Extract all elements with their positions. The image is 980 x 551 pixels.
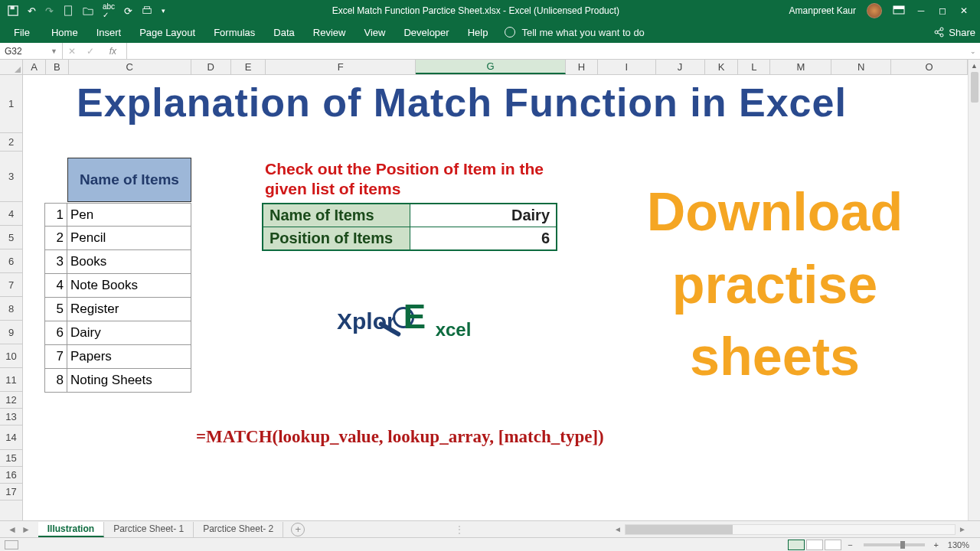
cancel-icon[interactable]: ✕ — [68, 46, 76, 57]
ribbon-tab-page-layout[interactable]: Page Layout — [130, 24, 204, 41]
ribbon-display-icon[interactable] — [893, 5, 905, 16]
col-header-N[interactable]: N — [831, 60, 891, 74]
name-box-dropdown-icon[interactable]: ▼ — [51, 47, 57, 55]
sheet-nav[interactable]: ◄► — [0, 524, 38, 535]
expand-formula-bar-icon[interactable]: ⌄ — [966, 43, 980, 59]
refresh-icon[interactable]: ⟳ — [124, 5, 132, 17]
row-header-3[interactable]: 3 — [0, 152, 22, 202]
zoom-in-button[interactable]: + — [931, 540, 942, 549]
undo-icon[interactable]: ↶ — [28, 5, 36, 17]
user-avatar-icon[interactable] — [867, 3, 882, 18]
row-header-12[interactable]: 12 — [0, 392, 22, 409]
scroll-right-icon[interactable]: ► — [957, 525, 968, 533]
sheet-tab-parctice-sheet-2[interactable]: Parctice Sheet- 2 — [194, 522, 283, 537]
ribbon-tab-developer[interactable]: Developer — [394, 24, 458, 41]
vertical-scrollbar[interactable]: ▲ ▼ — [968, 60, 980, 536]
sheet-tab-parctice-sheet-1[interactable]: Parctice Sheet- 1 — [104, 522, 194, 537]
col-header-B[interactable]: B — [46, 60, 69, 74]
item-value[interactable]: Papers — [67, 345, 191, 369]
col-header-K[interactable]: K — [705, 60, 739, 74]
col-header-O[interactable]: O — [891, 60, 968, 74]
maximize-button[interactable]: ◻ — [937, 5, 948, 16]
col-header-G[interactable]: G — [416, 60, 566, 74]
redo-icon[interactable]: ↷ — [45, 5, 54, 17]
select-all-button[interactable] — [0, 60, 23, 75]
item-number[interactable]: 7 — [44, 345, 67, 369]
item-value[interactable]: Pencil — [67, 227, 191, 250]
normal-view-button[interactable] — [788, 540, 805, 550]
save-icon[interactable] — [8, 5, 18, 16]
row-header-6[interactable]: 6 — [0, 249, 22, 273]
row-header-4[interactable]: 4 — [0, 202, 22, 226]
scroll-up-icon[interactable]: ▲ — [969, 60, 980, 72]
row-header-8[interactable]: 8 — [0, 297, 22, 321]
tab-splitter[interactable]: ⋮ — [455, 524, 467, 535]
col-header-M[interactable]: M — [770, 60, 831, 74]
file-tab[interactable]: File — [5, 24, 39, 41]
scroll-thumb[interactable] — [971, 72, 978, 103]
item-value[interactable]: Register — [67, 298, 191, 321]
close-button[interactable]: ✕ — [959, 5, 969, 16]
item-value[interactable]: Books — [67, 250, 191, 274]
ribbon-tab-help[interactable]: Help — [459, 24, 498, 41]
col-header-H[interactable]: H — [566, 60, 598, 74]
zoom-out-button[interactable]: − — [843, 540, 857, 549]
hscroll-thumb[interactable] — [626, 525, 733, 534]
add-sheet-button[interactable]: + — [291, 523, 305, 536]
qat-customize-icon[interactable]: ▾ — [162, 7, 165, 15]
item-number[interactable]: 6 — [44, 321, 67, 345]
item-value[interactable]: Noting Sheets — [67, 369, 191, 393]
spellcheck-icon[interactable]: abc✓ — [103, 2, 115, 19]
item-number[interactable]: 2 — [44, 227, 67, 250]
ribbon-tab-data[interactable]: Data — [264, 24, 303, 41]
item-number[interactable]: 4 — [44, 274, 67, 298]
cells-area[interactable]: Explanation of Match Function in Excel N… — [23, 75, 980, 536]
col-header-I[interactable]: I — [598, 60, 656, 74]
row-header-15[interactable]: 15 — [0, 450, 22, 467]
sheet-tab-illustration[interactable]: Illustration — [38, 522, 104, 537]
zoom-value[interactable]: 130% — [943, 540, 974, 549]
item-value[interactable]: Pen — [67, 203, 191, 227]
ribbon-tab-insert[interactable]: Insert — [87, 24, 131, 41]
col-header-D[interactable]: D — [191, 60, 231, 74]
row-header-14[interactable]: 14 — [0, 425, 22, 450]
ribbon-tab-formulas[interactable]: Formulas — [204, 24, 264, 41]
row-header-11[interactable]: 11 — [0, 368, 22, 392]
row-header-17[interactable]: 17 — [0, 484, 22, 500]
item-number[interactable]: 3 — [44, 250, 67, 274]
enter-icon[interactable]: ✓ — [87, 46, 94, 57]
col-header-E[interactable]: E — [231, 60, 266, 74]
scroll-left-icon[interactable]: ◄ — [612, 525, 623, 533]
item-value[interactable]: Note Books — [67, 274, 191, 298]
macro-record-icon[interactable] — [5, 540, 18, 549]
item-value[interactable]: Dairy — [67, 321, 191, 345]
formula-input[interactable] — [127, 43, 966, 59]
page-layout-view-button[interactable] — [806, 540, 823, 550]
item-number[interactable]: 1 — [44, 203, 67, 227]
new-file-icon[interactable] — [63, 5, 74, 16]
row-header-10[interactable]: 10 — [0, 344, 22, 368]
print-icon[interactable] — [142, 5, 152, 16]
col-header-C[interactable]: C — [69, 60, 191, 74]
horizontal-scrollbar[interactable]: ◄ ► — [612, 524, 980, 535]
tell-me[interactable]: Tell me what you want to do — [505, 27, 644, 38]
user-name[interactable]: Amanpreet Kaur — [789, 5, 856, 16]
row-header-2[interactable]: 2 — [0, 133, 22, 152]
row-header-7[interactable]: 7 — [0, 273, 22, 297]
col-header-F[interactable]: F — [266, 60, 416, 74]
item-number[interactable]: 8 — [44, 369, 67, 393]
col-header-A[interactable]: A — [23, 60, 46, 74]
row-header-1[interactable]: 1 — [0, 75, 22, 133]
lookup-pos-value[interactable]: 6 — [410, 227, 557, 251]
row-header-13[interactable]: 13 — [0, 409, 22, 425]
col-header-L[interactable]: L — [738, 60, 770, 74]
name-box[interactable]: G32 ▼ — [0, 43, 63, 59]
item-number[interactable]: 5 — [44, 298, 67, 321]
lookup-name-value[interactable]: Dairy — [410, 204, 557, 227]
open-folder-icon[interactable] — [83, 5, 93, 16]
row-header-16[interactable]: 16 — [0, 467, 22, 484]
ribbon-tab-view[interactable]: View — [354, 24, 394, 41]
minimize-button[interactable]: ─ — [916, 5, 926, 16]
fx-icon[interactable]: fx — [105, 46, 121, 57]
ribbon-tab-review[interactable]: Review — [304, 24, 355, 41]
